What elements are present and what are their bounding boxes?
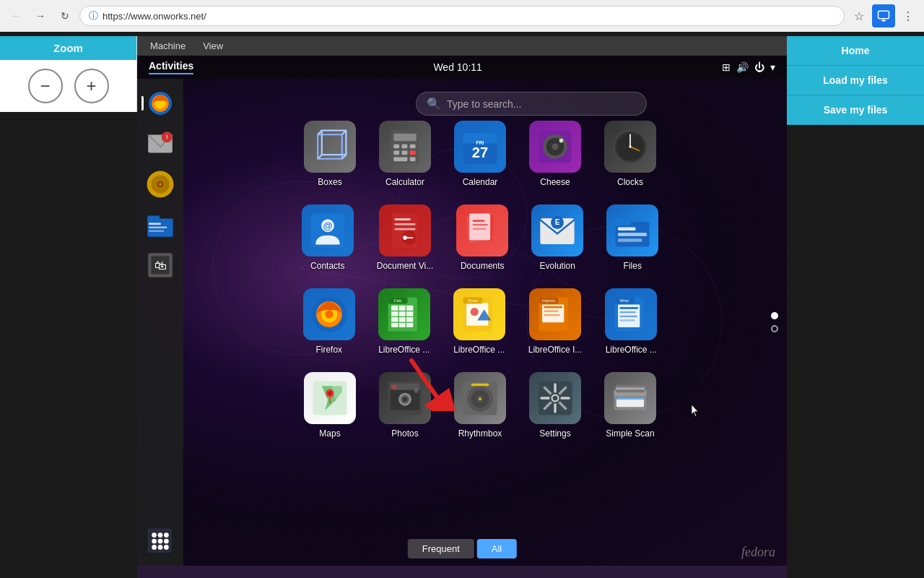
svg-point-126: [328, 391, 332, 395]
svg-rect-0: [879, 11, 889, 19]
dock-item-software[interactable]: 🛍: [141, 246, 179, 284]
app-calendar[interactable]: FRI 27 Calendar: [448, 115, 512, 193]
vm-menu-machine[interactable]: Machine: [146, 39, 190, 53]
svg-point-30: [164, 545, 169, 550]
svg-rect-38: [393, 134, 416, 141]
svg-rect-152: [616, 387, 645, 389]
tab-frequent[interactable]: Frequent: [408, 539, 474, 558]
svg-rect-39: [393, 144, 399, 149]
svg-rect-40: [402, 144, 408, 149]
svg-text:@: @: [323, 220, 332, 231]
app-documents-label: Documents: [461, 261, 505, 271]
svg-text:E: E: [555, 218, 560, 226]
app-firefox[interactable]: Firefox: [297, 282, 361, 361]
vm-menu-view[interactable]: View: [199, 39, 227, 53]
bookmark-button[interactable]: ☆: [849, 6, 869, 26]
dock-item-files[interactable]: [141, 206, 179, 243]
dock-item-firefox[interactable]: [141, 85, 179, 122]
app-contacts-label: Contacts: [310, 261, 344, 271]
svg-point-91: [325, 310, 333, 318]
svg-point-24: [164, 532, 169, 538]
dock-item-applications[interactable]: [141, 522, 179, 560]
desktop: !: [137, 79, 787, 566]
vm-menubar: Machine View: [137, 36, 787, 56]
page-dot-2[interactable]: [771, 325, 778, 332]
app-evolution[interactable]: E Evolution: [526, 199, 589, 277]
zoom-out-button[interactable]: −: [28, 69, 63, 103]
back-button[interactable]: ←: [6, 6, 26, 26]
address-bar: ⓘ: [79, 6, 845, 26]
app-clocks-label: Clocks: [617, 177, 643, 187]
toolbar-icons: ☆ ⋮: [849, 4, 918, 27]
app-lo-impress-label: LibreOffice I...: [528, 345, 582, 355]
reload-button[interactable]: ↻: [55, 6, 75, 26]
svg-point-62: [629, 145, 631, 147]
app-rhythmbox-label: Rhythmbox: [458, 428, 502, 439]
svg-rect-14: [147, 215, 160, 221]
app-lo-calc-label: LibreOffice ...: [378, 345, 430, 355]
load-files-button[interactable]: Load my files: [787, 66, 924, 95]
svg-point-104: [470, 308, 478, 316]
app-grid: Boxes: [195, 115, 765, 444]
page-dot-1[interactable]: [771, 312, 778, 319]
activities-button[interactable]: Activities: [149, 60, 193, 74]
app-clocks[interactable]: Clocks: [598, 115, 662, 193]
svg-point-55: [552, 144, 559, 150]
app-simplescan[interactable]: Simple Scan: [598, 366, 662, 444]
search-input[interactable]: [447, 98, 636, 110]
svg-text:Writer: Writer: [620, 298, 630, 303]
svg-rect-117: [620, 307, 639, 309]
dock-item-email[interactable]: !: [141, 125, 179, 163]
monitor-icon-button[interactable]: [872, 4, 895, 27]
bottom-tabs: Frequent All: [408, 539, 517, 558]
save-files-button[interactable]: Save my files: [787, 95, 924, 125]
svg-point-134: [403, 397, 407, 402]
svg-rect-111: [544, 310, 558, 311]
svg-rect-15: [149, 223, 161, 225]
svg-rect-42: [393, 151, 399, 155]
app-rhythmbox[interactable]: Rhythmbox: [448, 366, 512, 444]
fedora-watermark: fedora: [741, 545, 775, 560]
search-icon: 🔍: [427, 97, 441, 111]
vm-area: Machine View Activities Wed 10:11 ⊞ 🔊 ⏻ …: [137, 36, 787, 578]
dock-item-music[interactable]: [141, 165, 179, 203]
app-maps[interactable]: Maps: [298, 366, 362, 444]
app-files[interactable]: Files: [601, 199, 664, 277]
home-button[interactable]: Home: [787, 36, 924, 66]
app-boxes-label: Boxes: [318, 177, 341, 187]
volume-icon[interactable]: 🔊: [736, 61, 749, 73]
url-input[interactable]: [103, 11, 835, 22]
arrow-down-icon[interactable]: ▾: [770, 61, 775, 73]
app-contacts[interactable]: @ Contacts: [296, 199, 359, 277]
app-docviewer[interactable]: Document Vi...: [371, 199, 439, 277]
tab-all[interactable]: All: [477, 539, 516, 558]
svg-rect-44: [410, 151, 416, 155]
svg-text:!: !: [166, 134, 168, 140]
app-lo-writer[interactable]: Writer LibreOffice ...: [599, 282, 663, 361]
svg-rect-78: [473, 228, 487, 230]
svg-text:27: 27: [472, 144, 488, 160]
svg-point-131: [393, 385, 397, 389]
browser-chrome: ← → ↻ ⓘ ☆ ⋮ Zoom − + Home Load my files …: [0, 0, 924, 578]
svg-rect-110: [544, 306, 562, 309]
right-panel: Home Load my files Save my files: [787, 36, 924, 125]
app-calculator[interactable]: Calculator: [373, 115, 437, 193]
app-cheese[interactable]: Cheese: [523, 115, 587, 193]
svg-rect-141: [471, 384, 489, 386]
app-lo-calc[interactable]: Calc LibreOffice ...: [372, 282, 436, 361]
zoom-in-button[interactable]: +: [74, 69, 109, 103]
forward-button[interactable]: →: [30, 6, 51, 26]
app-settings[interactable]: Settings: [523, 366, 587, 444]
svg-rect-112: [544, 314, 559, 316]
app-lo-impress[interactable]: Impress LibreOffice I...: [523, 282, 588, 361]
app-documents[interactable]: Documents: [450, 199, 514, 277]
svg-point-23: [158, 532, 163, 538]
menu-button[interactable]: ⋮: [898, 6, 918, 26]
power-icon[interactable]: ⏻: [754, 61, 764, 73]
app-files-label: Files: [624, 261, 642, 271]
app-lo-draw[interactable]: Draw LibreOffice ...: [448, 282, 511, 361]
app-boxes[interactable]: Boxes: [298, 115, 362, 193]
clock-display: Wed 10:11: [433, 61, 481, 73]
network-icon[interactable]: ⊞: [722, 61, 731, 73]
app-photos[interactable]: Photos: [373, 366, 437, 444]
